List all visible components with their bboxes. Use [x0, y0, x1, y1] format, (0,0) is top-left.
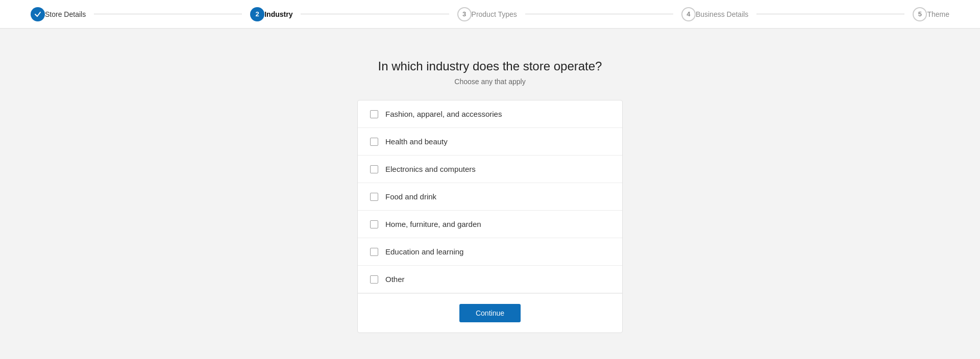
card-footer: Continue — [358, 293, 622, 332]
step-connector-2 — [301, 14, 449, 14]
main-content: In which industry does the store operate… — [0, 29, 980, 333]
step-theme[interactable]: 5 Theme — [913, 7, 949, 21]
option-education[interactable]: Education and learning — [358, 238, 622, 266]
step-business-details[interactable]: 4 Business Details — [681, 7, 749, 21]
step-connector-4 — [756, 14, 904, 14]
step-connector-3 — [525, 14, 673, 14]
step-label-business-details: Business Details — [696, 10, 749, 18]
checkbox-home[interactable] — [370, 220, 378, 228]
options-card: Fashion, apparel, and accessories Health… — [357, 100, 623, 333]
step-circle-2: 2 — [250, 7, 264, 21]
option-other[interactable]: Other — [358, 266, 622, 293]
option-label-health: Health and beauty — [385, 137, 448, 146]
step-store-details[interactable]: Store Details — [31, 7, 86, 21]
checkbox-food[interactable] — [370, 193, 378, 201]
option-home[interactable]: Home, furniture, and garden — [358, 211, 622, 238]
option-food[interactable]: Food and drink — [358, 183, 622, 211]
continue-button[interactable]: Continue — [459, 304, 521, 322]
step-connector-1 — [94, 14, 242, 14]
option-fashion[interactable]: Fashion, apparel, and accessories — [358, 100, 622, 128]
checkbox-health[interactable] — [370, 138, 378, 146]
option-label-electronics: Electronics and computers — [385, 165, 476, 173]
stepper: Store Details 2 Industry 3 Product Types… — [0, 0, 980, 29]
checkbox-education[interactable] — [370, 248, 378, 256]
checkbox-other[interactable] — [370, 275, 378, 284]
step-label-store-details: Store Details — [45, 10, 86, 18]
checkbox-electronics[interactable] — [370, 165, 378, 173]
checkbox-fashion[interactable] — [370, 110, 378, 118]
option-label-home: Home, furniture, and garden — [385, 220, 481, 228]
option-label-fashion: Fashion, apparel, and accessories — [385, 110, 502, 118]
step-label-product-types: Product Types — [472, 10, 517, 18]
step-circle-4: 4 — [681, 7, 696, 21]
option-label-other: Other — [385, 275, 405, 284]
step-label-theme: Theme — [927, 10, 949, 18]
step-product-types[interactable]: 3 Product Types — [457, 7, 517, 21]
option-label-food: Food and drink — [385, 192, 436, 201]
option-label-education: Education and learning — [385, 247, 463, 256]
step-label-industry: Industry — [264, 10, 292, 18]
option-electronics[interactable]: Electronics and computers — [358, 156, 622, 183]
step-circle-1 — [31, 7, 45, 21]
step-circle-3: 3 — [457, 7, 472, 21]
page-subtitle: Choose any that apply — [454, 78, 525, 86]
step-circle-5: 5 — [913, 7, 927, 21]
option-health[interactable]: Health and beauty — [358, 128, 622, 156]
page-title: In which industry does the store operate… — [378, 59, 602, 73]
checkmark-icon — [34, 11, 41, 18]
step-industry[interactable]: 2 Industry — [250, 7, 292, 21]
